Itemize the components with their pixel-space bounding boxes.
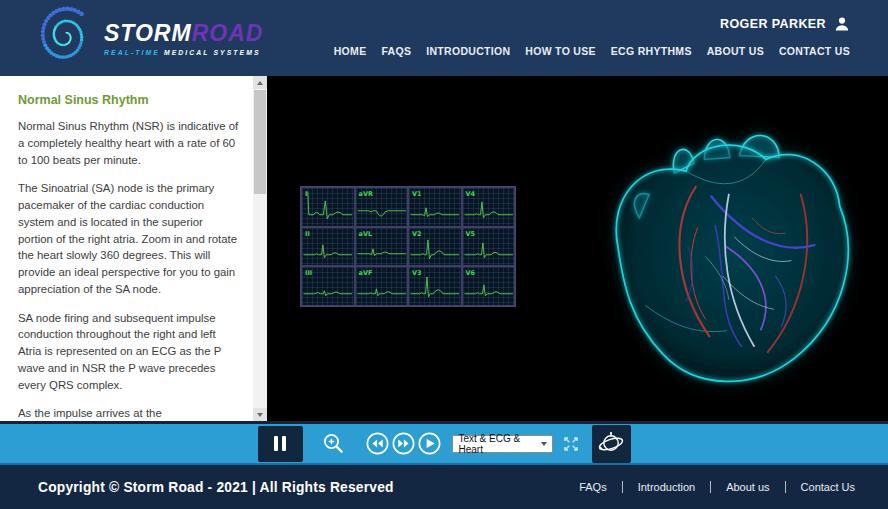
footer-link[interactable]: About us	[710, 481, 769, 493]
nav-item[interactable]: ECG RHYTHMS	[611, 45, 692, 57]
ecg-lead-cell: aVL	[356, 228, 408, 266]
logo-text: STORMROAD REAL-TIME MEDICAL SYSTEMS	[104, 22, 263, 56]
fullscreen-button[interactable]	[563, 436, 579, 452]
lesson-text-panel: Normal Sinus Rhythm Normal Sinus Rhythm …	[0, 76, 253, 421]
lesson-paragraph: Normal Sinus Rhythm (NSR) is indicative …	[18, 118, 239, 168]
play-icon	[418, 432, 441, 455]
rotate-3d-button[interactable]	[592, 425, 631, 463]
play-button[interactable]	[418, 432, 441, 455]
ecg-grid: IaVRV1V4IIaVLV2V5IIIaVFV3V6	[300, 186, 516, 307]
rewind-icon	[366, 432, 389, 455]
lesson-paragraph: SA node firing and subsequent impulse co…	[18, 310, 239, 394]
rotate-3d-icon	[597, 430, 625, 458]
ecg-lead-cell: V3	[409, 267, 461, 305]
user-menu[interactable]: ROGER PARKER	[720, 16, 850, 32]
nav-item[interactable]: FAQS	[381, 45, 411, 57]
ecg-lead-cell: aVR	[356, 188, 408, 226]
chevron-down-icon	[257, 413, 263, 417]
panel-scrollbar[interactable]	[253, 76, 267, 421]
lesson-paragraph: As the impulse arrives at the Atrioventr…	[18, 405, 239, 421]
chevron-down-icon	[541, 442, 547, 446]
pause-button[interactable]	[258, 426, 303, 462]
heart-3d-model[interactable]	[581, 98, 863, 396]
ecg-lead-cell: V4	[463, 188, 515, 226]
footer-link[interactable]: Introduction	[622, 481, 695, 493]
logo[interactable]: STORMROAD REAL-TIME MEDICAL SYSTEMS	[34, 6, 263, 68]
scroll-down-button[interactable]	[253, 408, 267, 421]
zoom-in-icon	[322, 432, 345, 455]
footer: Copyright © Storm Road - 2021 | All Righ…	[0, 465, 888, 509]
lesson-paragraphs: Normal Sinus Rhythm (NSR) is indicative …	[18, 118, 239, 421]
view-mode-selected: Text & ECG & Heart	[459, 433, 541, 455]
scrollbar-thumb[interactable]	[254, 90, 266, 194]
ecg-lead-cell: V5	[463, 228, 515, 266]
app-window: STORMROAD REAL-TIME MEDICAL SYSTEMS ROGE…	[0, 0, 888, 509]
ecg-lead-cell: V2	[409, 228, 461, 266]
lesson-paragraph: The Sinoatrial (SA) node is the primary …	[18, 180, 239, 297]
footer-links: FAQsIntroductionAbout usContact Us	[579, 481, 855, 493]
header: STORMROAD REAL-TIME MEDICAL SYSTEMS ROGE…	[0, 0, 888, 76]
3d-viewport[interactable]: IaVRV1V4IIaVLV2V5IIIaVFV3V6	[267, 76, 888, 421]
footer-link[interactable]: Contact Us	[785, 481, 855, 493]
nav-item[interactable]: HOW TO USE	[525, 45, 595, 57]
scroll-up-button[interactable]	[253, 76, 267, 89]
footer-link[interactable]: FAQs	[579, 481, 607, 493]
logo-word-road: ROAD	[192, 20, 264, 46]
user-name: ROGER PARKER	[720, 17, 826, 31]
rewind-button[interactable]	[366, 432, 389, 455]
copyright-text: Copyright © Storm Road - 2021 | All Righ…	[38, 480, 394, 495]
fast-forward-button[interactable]	[392, 432, 415, 455]
main-nav: HOMEFAQSINTRODUCTIONHOW TO USEECG RHYTHM…	[334, 45, 850, 57]
ecg-lead-cell: V1	[409, 188, 461, 226]
ecg-lead-cell: aVF	[356, 267, 408, 305]
chevron-up-icon	[257, 81, 263, 85]
zoom-in-button[interactable]	[322, 432, 345, 455]
main-area: Normal Sinus Rhythm Normal Sinus Rhythm …	[0, 76, 888, 421]
fast-forward-icon	[392, 432, 415, 455]
nav-item[interactable]: INTRODUCTION	[426, 45, 510, 57]
logo-word-storm: STORM	[104, 20, 192, 46]
logo-swirl-icon	[34, 6, 98, 68]
logo-tagline-rest: MEDICAL SYSTEMS	[164, 49, 261, 56]
user-icon	[834, 16, 850, 32]
ecg-lead-cell: III	[302, 267, 354, 305]
ecg-lead-cell: I	[302, 188, 354, 226]
lesson-title: Normal Sinus Rhythm	[18, 93, 239, 107]
nav-item[interactable]: HOME	[334, 45, 367, 57]
nav-item[interactable]: CONTACT US	[779, 45, 850, 57]
pause-icon	[274, 436, 286, 451]
nav-item[interactable]: ABOUT US	[707, 45, 764, 57]
ecg-lead-cell: V6	[463, 267, 515, 305]
header-right: ROGER PARKER HOMEFAQSINTRODUCTIONHOW TO …	[334, 0, 850, 92]
fullscreen-icon	[563, 436, 579, 452]
playback-controls: Text & ECG & Heart	[0, 421, 888, 465]
logo-tagline-accent: REAL-TIME	[104, 49, 164, 56]
view-mode-select[interactable]: Text & ECG & Heart	[452, 435, 553, 453]
ecg-lead-cell: II	[302, 228, 354, 266]
